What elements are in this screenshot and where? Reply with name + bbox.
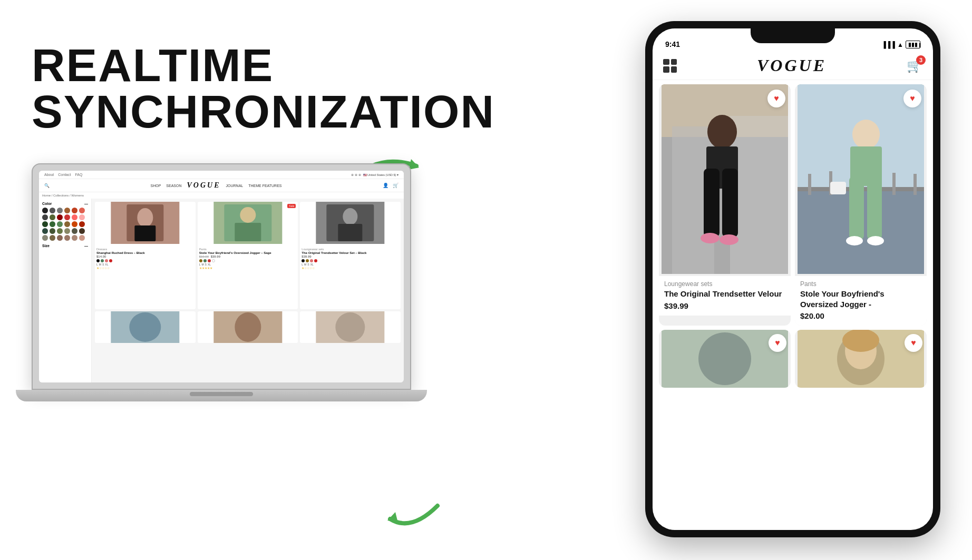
product-card-2[interactable]: Sale Pants Stole Your Boyfriend's Oversi…	[198, 202, 298, 309]
phone-screen: 9:41 ▐▐▐ ▲ ▮▮▮ ▌	[653, 28, 933, 530]
product-card-5[interactable]	[198, 311, 298, 343]
laptop-screen: About Contact FAQ ⊕ ⊕ ⊕ 🇺🇸 United States…	[39, 171, 404, 382]
search-icon[interactable]: 🔍	[44, 183, 50, 188]
swatch[interactable]	[42, 228, 48, 234]
swatch[interactable]	[42, 221, 48, 227]
product-image-3	[300, 202, 401, 244]
swatch[interactable]	[50, 235, 55, 241]
product-grid: Dresses Shanghai Ruched Dress – Black $1…	[92, 199, 404, 382]
swatch[interactable]	[79, 221, 85, 227]
swatch[interactable]	[50, 208, 55, 213]
color-option[interactable]	[105, 259, 108, 262]
cart-icon[interactable]: 🛒	[393, 183, 398, 188]
swatch[interactable]	[64, 214, 70, 220]
wifi-icon: ▲	[897, 41, 903, 48]
product-card-4[interactable]	[95, 311, 196, 343]
swatch[interactable]	[64, 221, 70, 227]
heart-button-1[interactable]: ♥	[767, 90, 785, 107]
region-selector[interactable]: 🇺🇸 United States (USD $) ▾	[363, 173, 398, 176]
svg-rect-35	[808, 174, 811, 195]
product-card-1[interactable]: Dresses Shanghai Ruched Dress – Black $1…	[95, 202, 196, 309]
phone-product-card-3[interactable]: ♥	[659, 330, 791, 388]
product-card-6[interactable]	[300, 311, 401, 343]
svg-point-46	[867, 236, 884, 245]
swatch[interactable]	[42, 214, 48, 220]
color-option[interactable]	[314, 259, 317, 262]
product-rating-3: ★☆☆☆☆	[302, 267, 399, 270]
swatch[interactable]	[57, 208, 63, 213]
swatch[interactable]	[57, 221, 63, 227]
swatch[interactable]	[50, 228, 55, 234]
swatch[interactable]	[64, 208, 70, 213]
swatch[interactable]	[72, 221, 77, 227]
svg-point-15	[129, 312, 161, 342]
grid-menu-icon[interactable]	[663, 59, 677, 73]
header-links: About Contact FAQ	[44, 173, 82, 176]
swatch[interactable]	[79, 228, 85, 234]
svg-rect-39	[892, 173, 896, 195]
swatch[interactable]	[50, 221, 55, 227]
swatch[interactable]	[79, 214, 85, 220]
contact-link[interactable]: Contact	[58, 173, 71, 176]
cart-button[interactable]: 🛒 3	[907, 58, 922, 73]
phone-product-card-2[interactable]: ♥ Pants Stole Your Boyfriend's Oversized…	[795, 84, 927, 326]
color-option[interactable]	[310, 259, 313, 262]
swatch[interactable]	[72, 235, 77, 241]
phone-body: 9:41 ▐▐▐ ▲ ▮▮▮ ▌	[645, 21, 940, 537]
color-option[interactable]	[109, 259, 112, 262]
swatch[interactable]	[64, 235, 70, 241]
product-name-2: Stole Your Boyfriend's Oversized Jogger …	[199, 251, 297, 254]
phone-status-icons: ▐▐▐ ▲ ▮▮▮ ▌	[882, 41, 920, 48]
site-sidebar: Color —	[39, 199, 92, 382]
product-price-1: $14.00	[96, 255, 194, 258]
swatch[interactable]	[42, 208, 48, 213]
color-option[interactable]	[96, 259, 100, 262]
account-icon[interactable]: 👤	[383, 183, 388, 188]
color-option[interactable]	[302, 259, 305, 262]
heart-button-3[interactable]: ♥	[769, 334, 786, 352]
product-card-3[interactable]: Loungewear sets The Original Trendsetter…	[300, 202, 401, 309]
site-header: About Contact FAQ ⊕ ⊕ ⊕ 🇺🇸 United States…	[39, 171, 404, 179]
about-link[interactable]: About	[44, 173, 54, 176]
color-option[interactable]	[212, 259, 215, 262]
faq-link[interactable]: FAQ	[75, 173, 82, 176]
phone-product-image-2	[795, 84, 927, 274]
swatch[interactable]	[57, 235, 63, 241]
swatch[interactable]	[50, 214, 55, 220]
phone-bottom-products: ♥ ♥	[653, 330, 933, 388]
swatch[interactable]	[79, 208, 85, 213]
theme-features-link[interactable]: THEME FEATURES	[248, 184, 281, 188]
laptop-base	[16, 390, 427, 401]
color-option[interactable]	[101, 259, 104, 262]
journal-link[interactable]: JOURNAL	[226, 184, 244, 188]
product-image-2	[198, 202, 298, 244]
product-colors-3	[302, 259, 399, 262]
site-main: Color —	[39, 199, 404, 382]
product-name-1: Shanghai Ruched Dress – Black	[96, 251, 194, 254]
swatch[interactable]	[64, 228, 70, 234]
season-link[interactable]: SEASON	[166, 184, 181, 188]
phone-product-card-1[interactable]: ♥ Loungewear sets The Original Trendsett…	[659, 84, 791, 326]
size-filter-title: Size —	[42, 244, 88, 248]
swatch[interactable]	[79, 235, 85, 241]
shop-link[interactable]: SHOP	[151, 184, 161, 188]
color-option[interactable]	[208, 259, 211, 262]
svg-point-12	[343, 208, 358, 225]
swatch[interactable]	[42, 235, 48, 241]
color-option[interactable]	[199, 259, 202, 262]
color-option[interactable]	[203, 259, 207, 262]
headline-text: REALTIME SYNCHRONIZATION	[32, 42, 390, 135]
swatch[interactable]	[72, 228, 77, 234]
swatch[interactable]	[72, 214, 77, 220]
svg-point-49	[698, 332, 751, 385]
phone-product-card-4[interactable]: ♥	[795, 330, 927, 388]
heart-button-4[interactable]: ♥	[905, 334, 922, 352]
phone-product-info-2: Pants Stole Your Boyfriend's Oversized J…	[795, 276, 927, 326]
swatch[interactable]	[57, 214, 63, 220]
phone-product-category-2: Pants	[800, 280, 921, 288]
breadcrumb: Home / Collections / Womens	[39, 192, 404, 199]
color-option[interactable]	[306, 259, 309, 262]
swatch[interactable]	[72, 208, 77, 213]
swatch[interactable]	[57, 228, 63, 234]
heart-button-2[interactable]: ♥	[903, 90, 921, 107]
